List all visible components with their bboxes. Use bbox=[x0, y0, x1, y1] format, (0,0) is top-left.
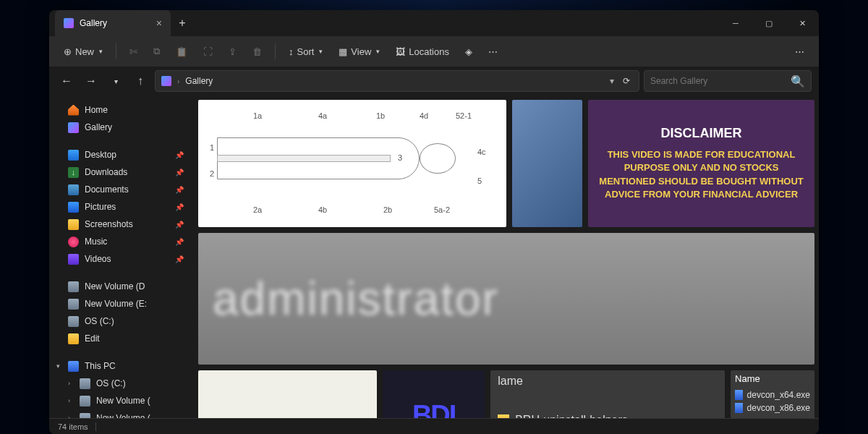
view-label: View bbox=[351, 46, 371, 57]
body: Home Gallery Desktop📌 Downloads📌 Documen… bbox=[49, 95, 819, 418]
sidebar-item-os-c[interactable]: OS (C:) bbox=[52, 312, 191, 330]
thumbnail-administrator[interactable]: administrator bbox=[198, 233, 814, 365]
chevron-down-icon[interactable]: ▾ bbox=[56, 362, 60, 370]
search-box[interactable]: 🔍 bbox=[644, 70, 812, 92]
sidebar-item-label: Home bbox=[85, 105, 108, 115]
sidebar-item-volume-d[interactable]: New Volume (D bbox=[52, 278, 191, 295]
pin-icon[interactable]: 📌 bbox=[175, 151, 184, 159]
separator bbox=[275, 43, 276, 59]
sidebar-item-pc-vol2[interactable]: ›New Volume ( bbox=[52, 409, 191, 418]
address-bar[interactable]: › Gallery ▾ ⟳ bbox=[155, 70, 639, 92]
sidebar-item-pictures[interactable]: Pictures📌 bbox=[52, 198, 191, 216]
pin-icon[interactable]: 📌 bbox=[175, 186, 184, 194]
back-button[interactable]: ← bbox=[56, 71, 77, 91]
thumbnail-row: administrator bbox=[198, 233, 814, 365]
thumbnail-file-list[interactable]: Name devcon_x64.exe devcon_x86.exe bbox=[731, 370, 814, 418]
screenshots-icon bbox=[68, 219, 79, 230]
sidebar-item-label: Screenshots bbox=[85, 219, 133, 229]
close-button[interactable]: ✕ bbox=[786, 10, 819, 36]
maximize-button[interactable]: ▢ bbox=[752, 10, 786, 36]
locations-label: Locations bbox=[409, 46, 449, 57]
thumbnail-table[interactable] bbox=[198, 370, 377, 418]
close-tab-icon[interactable]: × bbox=[156, 17, 162, 29]
sidebar-item-pc-vol1[interactable]: ›New Volume ( bbox=[52, 392, 191, 409]
sidebar-item-videos[interactable]: Videos📌 bbox=[52, 250, 191, 268]
sidebar-item-label: New Volume ( bbox=[96, 413, 150, 418]
breadcrumb-segment[interactable]: Gallery bbox=[185, 76, 213, 86]
background-button[interactable]: ◈ bbox=[459, 43, 478, 60]
search-icon: 🔍 bbox=[791, 75, 805, 88]
thumbnail-diagram[interactable]: 1a 1b 4d 52-1 4a 1 3 4c 2 5 2a 4b 2b 5a-… bbox=[198, 100, 506, 227]
lame-label: lame bbox=[498, 375, 718, 388]
status-bar: 74 items bbox=[49, 418, 819, 434]
sidebar-item-music[interactable]: Music📌 bbox=[52, 233, 191, 250]
thumbnail-photo[interactable] bbox=[512, 100, 583, 227]
pin-icon[interactable]: 📌 bbox=[175, 169, 184, 176]
pin-icon[interactable]: 📌 bbox=[175, 238, 184, 246]
sort-button[interactable]: ↕ Sort ▾ bbox=[283, 43, 328, 60]
overflow-button[interactable]: ⋯ bbox=[789, 43, 810, 60]
recent-button[interactable]: ▾ bbox=[106, 71, 126, 91]
disk-icon bbox=[68, 299, 79, 310]
chevron-down-icon: ▾ bbox=[319, 48, 323, 55]
disclaimer-title: DISCLAIMER bbox=[661, 126, 742, 141]
sidebar-item-pc-os-c[interactable]: ›OS (C:) bbox=[52, 375, 191, 392]
disk-icon bbox=[80, 413, 90, 419]
paste-icon: 📋 bbox=[176, 46, 187, 57]
pin-icon[interactable]: 📌 bbox=[175, 255, 184, 263]
more-icon: ⋯ bbox=[795, 46, 804, 57]
sidebar-item-desktop[interactable]: Desktop📌 bbox=[52, 146, 191, 163]
file-name: devcon_x64.exe bbox=[747, 390, 810, 400]
sidebar-item-home[interactable]: Home bbox=[52, 101, 191, 119]
more-icon: ⋯ bbox=[488, 46, 498, 57]
sidebar-item-screenshots[interactable]: Screenshots📌 bbox=[52, 216, 191, 233]
folder-icon bbox=[68, 333, 79, 344]
new-button[interactable]: ⊕ New ▾ bbox=[58, 43, 109, 60]
music-icon bbox=[68, 237, 79, 247]
sidebar-item-label: OS (C:) bbox=[85, 316, 114, 326]
thumbnail-bru-logo[interactable]: BDI bbox=[383, 370, 485, 418]
paste-button[interactable]: 📋 bbox=[170, 43, 193, 60]
navigation-bar: ← → ▾ ↑ › Gallery ▾ ⟳ 🔍 bbox=[49, 67, 819, 95]
copy-button[interactable]: ⧉ bbox=[148, 43, 166, 60]
background-icon: ◈ bbox=[465, 46, 472, 57]
sidebar-item-downloads[interactable]: Downloads📌 bbox=[52, 163, 191, 181]
thumbnail-disclaimer[interactable]: DISCLAIMER THIS VIDEO IS MADE FOR EDUCAT… bbox=[588, 100, 814, 227]
sidebar-item-documents[interactable]: Documents📌 bbox=[52, 181, 191, 198]
sidebar-item-gallery[interactable]: Gallery bbox=[52, 119, 191, 136]
locations-button[interactable]: 🖼 Locations bbox=[390, 43, 455, 60]
location-icon: 🖼 bbox=[396, 46, 405, 57]
search-input[interactable] bbox=[650, 76, 791, 86]
desktop-icon bbox=[68, 150, 79, 161]
minimize-button[interactable]: ─ bbox=[719, 10, 752, 36]
refresh-button[interactable]: ⟳ bbox=[620, 76, 633, 86]
chevron-right-icon[interactable]: › bbox=[68, 397, 70, 404]
forward-button[interactable]: → bbox=[81, 71, 101, 91]
gallery-icon bbox=[64, 18, 74, 28]
cut-button[interactable]: ✄ bbox=[124, 43, 143, 60]
delete-button[interactable]: 🗑 bbox=[247, 43, 268, 60]
sidebar-item-edit[interactable]: Edit bbox=[52, 330, 191, 347]
new-tab-button[interactable]: + bbox=[171, 10, 194, 36]
chevron-down-icon: ▾ bbox=[99, 48, 103, 55]
more-button[interactable]: ⋯ bbox=[482, 43, 503, 60]
sidebar-item-this-pc[interactable]: ▾This PC bbox=[52, 357, 191, 375]
up-button[interactable]: ↑ bbox=[130, 71, 150, 91]
thumbnail-folder-view[interactable]: lame BRU-uninstall-helpers bbox=[490, 370, 725, 418]
separator bbox=[95, 422, 96, 431]
chevron-right-icon[interactable]: › bbox=[68, 414, 70, 418]
tab-gallery[interactable]: Gallery × bbox=[55, 10, 171, 36]
blurred-text: administrator bbox=[213, 272, 499, 326]
gallery-icon bbox=[161, 76, 171, 86]
pictures-icon bbox=[68, 202, 79, 213]
sidebar-item-volume-e[interactable]: New Volume (E: bbox=[52, 295, 191, 312]
gallery-content: 1a 1b 4d 52-1 4a 1 3 4c 2 5 2a 4b 2b 5a-… bbox=[194, 95, 819, 418]
chevron-right-icon[interactable]: › bbox=[68, 380, 70, 387]
rename-button[interactable]: ⛶ bbox=[197, 43, 218, 60]
pin-icon[interactable]: 📌 bbox=[175, 203, 184, 211]
pin-icon[interactable]: 📌 bbox=[175, 221, 184, 229]
address-dropdown[interactable]: ▾ bbox=[610, 76, 614, 86]
sidebar-item-label: Documents bbox=[85, 184, 129, 195]
view-button[interactable]: ▦ View ▾ bbox=[333, 43, 386, 60]
share-button[interactable]: ⇪ bbox=[223, 43, 242, 60]
